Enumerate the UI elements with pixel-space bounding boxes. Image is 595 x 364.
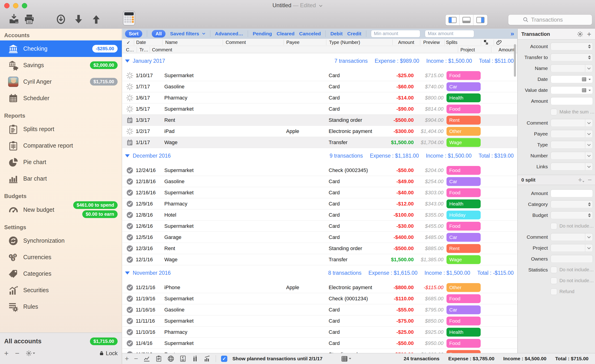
transaction-row[interactable]: 1/2/17iPadAppleElectronic payment-$300.0… <box>122 126 517 137</box>
column-check[interactable]: ✓ <box>127 40 130 45</box>
sidebar-item-pie-chart[interactable]: Pie chart <box>0 154 122 170</box>
title-chevron-icon[interactable] <box>319 5 323 7</box>
column-comment[interactable]: Comment <box>226 40 246 45</box>
filter-pending-button[interactable]: Pending <box>253 31 272 36</box>
column-splits[interactable]: Splits <box>446 40 457 45</box>
transaction-row[interactable]: 1/1/17WageTransfer$1,500.00$1,704.00Wage <box>122 137 517 148</box>
split-amount-field[interactable] <box>551 189 593 197</box>
payee-combobox[interactable] <box>551 130 593 138</box>
scrollbar-thumb[interactable] <box>514 44 516 77</box>
transaction-row[interactable]: 12/6/16SupermarketCard-$30.00$455.00Food <box>122 221 517 232</box>
transaction-row[interactable]: 12/1/16WageTransfer$1,500.00$1,385.00Wag… <box>122 254 517 265</box>
transaction-row[interactable]: 12/3/16RentStanding order-$500.00$885.00… <box>122 243 517 254</box>
min-amount-input[interactable] <box>371 30 420 37</box>
export-button[interactable] <box>8 14 20 25</box>
euro-document-icon[interactable]: € <box>179 355 186 362</box>
transaction-row[interactable]: 11/16/16GasolineCard-$55.00$795.00Car <box>122 304 517 315</box>
toggle-sidebar-button[interactable] <box>446 15 460 25</box>
group-header[interactable]: January 20177 transactionsExpense : $989… <box>122 57 517 65</box>
flags-column-icon[interactable] <box>483 39 489 45</box>
column-split-amount[interactable]: Amount <box>480 47 515 52</box>
transaction-row[interactable]: 11/19/16SupermarketCheck (0001234)-$110.… <box>122 293 517 304</box>
filter-all-button[interactable]: All <box>152 30 165 37</box>
column-preview[interactable]: Preview <box>423 40 440 45</box>
split-category-stepper[interactable] <box>551 200 593 208</box>
transaction-row[interactable]: 12/8/16HotelCard-$100.00$355.00Holiday <box>122 209 517 221</box>
show-planned-checkbox[interactable]: ✓ <box>221 356 227 362</box>
clipboard-icon[interactable] <box>155 355 162 362</box>
split-exclude-checkbox[interactable] <box>551 223 557 229</box>
column-split-project[interactable]: Project <box>460 47 475 52</box>
line-chart-icon[interactable] <box>143 355 150 362</box>
sidebar-item-categories[interactable]: Categories <box>0 265 122 282</box>
download-circle-button[interactable] <box>55 14 66 25</box>
sidebar-item-splits-report[interactable]: Splits report <box>0 121 122 137</box>
more-filters-button[interactable]: » <box>510 30 514 37</box>
transaction-row[interactable]: 1/5/17SupermarketCard-$90.00$814.00Food <box>122 103 517 114</box>
disclosure-triangle-icon[interactable] <box>125 271 130 275</box>
column-split-comment[interactable]: Comment <box>152 47 172 52</box>
column-split-c[interactable]: C… <box>126 47 134 52</box>
all-accounts-row[interactable]: All accounts $1,715.00 <box>0 333 122 350</box>
add-account-button[interactable]: + <box>4 350 9 357</box>
remove-account-button[interactable]: − <box>15 350 20 357</box>
account-stepper[interactable] <box>551 43 593 50</box>
sidebar-item-cyril-anger[interactable]: Cyril Anger$1,715.00 <box>0 73 122 90</box>
date-date-field[interactable] <box>551 75 593 83</box>
chevron-down-icon[interactable] <box>585 141 593 149</box>
sidebar-item-bar-chart[interactable]: Bar chart <box>0 170 122 187</box>
transaction-row[interactable]: 1/7/17GasolineCard-$60.00$740.00Car <box>122 81 517 92</box>
name-combobox[interactable] <box>551 64 593 72</box>
account-actions-button[interactable] <box>26 350 35 356</box>
filter-credit-button[interactable]: Credit <box>347 31 361 36</box>
transaction-row[interactable]: 12/9/16PharmacyCard-$12.00$343.00Health <box>122 198 517 209</box>
value-date-date-field[interactable] <box>551 86 593 94</box>
split-project-combobox[interactable] <box>551 244 593 252</box>
sidebar-item-rules[interactable]: Rules <box>0 299 122 315</box>
type-combobox[interactable] <box>551 141 593 149</box>
toggle-bottom-bar-button[interactable] <box>460 15 474 25</box>
sidebar-item-currencies[interactable]: €¥$Currencies <box>0 249 122 265</box>
transaction-row[interactable]: 11/10/16PharmacyCard-$25.00$925.00Health <box>122 327 517 338</box>
disclosure-triangle-icon[interactable] <box>125 154 130 157</box>
sidebar-item-checking[interactable]: Checking-$285.00 <box>0 40 122 57</box>
filter-debit-button[interactable]: Debit <box>330 31 343 36</box>
inspector-gear-icon[interactable] <box>577 31 583 37</box>
move-up-button[interactable] <box>91 14 102 25</box>
search-input[interactable] <box>531 16 578 23</box>
split-owners-field[interactable] <box>551 255 593 263</box>
transaction-row[interactable]: 1/3/17RentStanding order-$500.00$904.00R… <box>122 114 517 126</box>
filter-cleared-button[interactable]: Cleared <box>276 31 294 36</box>
chevron-down-icon[interactable] <box>585 65 593 72</box>
group-header[interactable]: December 20169 transactionsExpense : $1,… <box>122 151 517 160</box>
advanced-filter-button[interactable]: Advanced… <box>215 31 243 36</box>
globe-icon[interactable] <box>167 355 174 362</box>
saved-filters-menu[interactable]: Saved filters <box>170 31 199 36</box>
transaction-row[interactable]: 12/16/16SupermarketCard-$40.00$303.00Foo… <box>122 187 517 198</box>
sidebar-item-scheduler[interactable]: Scheduler <box>0 90 122 107</box>
sidebar-item-comparative-report[interactable]: Comparative report <box>0 137 122 154</box>
transaction-row[interactable]: 11/21/16iPhoneAppleElectronic payment-$8… <box>122 282 517 293</box>
chevron-down-icon[interactable] <box>585 233 593 241</box>
column-date[interactable]: Date <box>136 40 146 45</box>
print-button[interactable] <box>24 14 35 25</box>
group-header[interactable]: November 20168 transactionsExpense : $1,… <box>122 268 517 277</box>
columns-icon[interactable] <box>191 355 198 362</box>
filter-canceled-button[interactable]: Canceled <box>299 31 321 36</box>
column-type[interactable]: Type (Number) <box>329 40 360 45</box>
chevron-down-icon[interactable] <box>585 152 593 159</box>
transaction-row[interactable]: 11/4/16SupermarketCard-$50.00$950.00Food <box>122 338 517 349</box>
make-sum-checkbox[interactable] <box>551 109 557 115</box>
calendar-range-button[interactable] <box>341 355 351 362</box>
sort-button[interactable]: Sort <box>125 30 142 37</box>
chevron-down-icon[interactable] <box>585 119 593 127</box>
transaction-row[interactable]: 1/6/17PharmacyCard-$14.00$800.00Health <box>122 92 517 103</box>
transaction-row[interactable]: 12/5/16GarageCard-$400.00$485.00Car <box>122 232 517 243</box>
sidebar-item-securities[interactable]: Securities <box>0 282 122 299</box>
chevron-down-icon[interactable] <box>585 244 593 252</box>
split-comment-combobox[interactable] <box>551 233 593 241</box>
column-payee[interactable]: Payee <box>286 40 300 45</box>
amount-field[interactable] <box>551 97 593 105</box>
comment-combobox[interactable] <box>551 119 593 127</box>
chevron-down-icon[interactable] <box>585 130 593 138</box>
